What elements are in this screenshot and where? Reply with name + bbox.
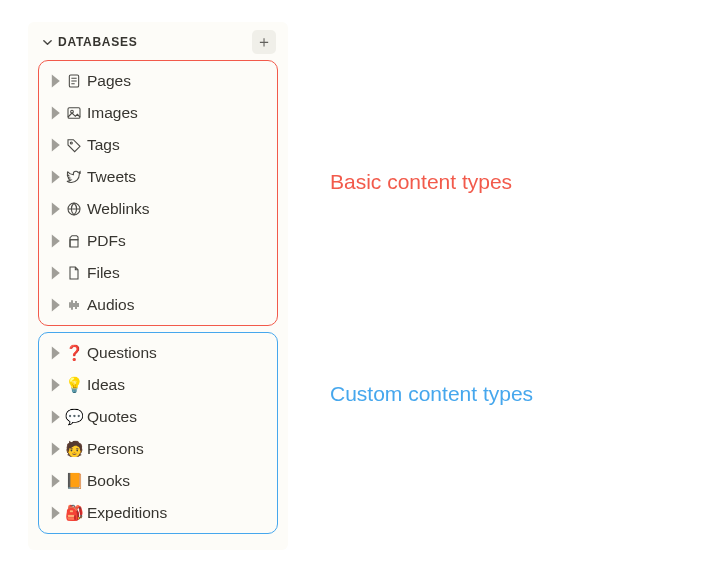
item-label: Audios bbox=[87, 296, 134, 314]
sidebar-item-books[interactable]: 📙 Books bbox=[41, 465, 275, 497]
databases-header-left[interactable]: DATABASES bbox=[42, 35, 137, 49]
triangle-right-icon bbox=[47, 137, 63, 153]
sidebar-item-tweets[interactable]: Tweets bbox=[41, 161, 275, 193]
plus-icon: ＋ bbox=[256, 34, 272, 50]
item-label: Weblinks bbox=[87, 200, 150, 218]
item-label: Tweets bbox=[87, 168, 136, 186]
item-label: Persons bbox=[87, 440, 144, 458]
person-icon: 🧑 bbox=[63, 440, 85, 458]
chevron-down-icon bbox=[42, 37, 53, 48]
triangle-right-icon bbox=[47, 297, 63, 313]
question-mark-icon: ❓ bbox=[63, 344, 85, 362]
item-label: Tags bbox=[87, 136, 120, 154]
speech-bubble-icon: 💬 bbox=[63, 408, 85, 426]
item-label: Images bbox=[87, 104, 138, 122]
sidebar-item-expeditions[interactable]: 🎒 Expeditions bbox=[41, 497, 275, 529]
triangle-right-icon bbox=[47, 377, 63, 393]
pdf-icon bbox=[63, 233, 85, 249]
triangle-right-icon bbox=[47, 201, 63, 217]
databases-panel: DATABASES ＋ Pages Images Tags bbox=[28, 22, 288, 550]
triangle-right-icon bbox=[47, 345, 63, 361]
item-label: PDFs bbox=[87, 232, 126, 250]
item-label: Ideas bbox=[87, 376, 125, 394]
audio-icon bbox=[63, 297, 85, 313]
item-label: Files bbox=[87, 264, 120, 282]
sidebar-item-quotes[interactable]: 💬 Quotes bbox=[41, 401, 275, 433]
triangle-right-icon bbox=[47, 409, 63, 425]
item-label: Questions bbox=[87, 344, 157, 362]
item-label: Books bbox=[87, 472, 130, 490]
basic-content-types-group: Pages Images Tags Tweets Weblinks bbox=[38, 60, 278, 326]
annotation-basic: Basic content types bbox=[330, 170, 512, 194]
annotation-custom: Custom content types bbox=[330, 382, 533, 406]
sidebar-item-ideas[interactable]: 💡 Ideas bbox=[41, 369, 275, 401]
databases-header-title: DATABASES bbox=[58, 35, 137, 49]
sidebar-item-pages[interactable]: Pages bbox=[41, 65, 275, 97]
sidebar-item-pdfs[interactable]: PDFs bbox=[41, 225, 275, 257]
triangle-right-icon bbox=[47, 441, 63, 457]
book-icon: 📙 bbox=[63, 472, 85, 490]
lightbulb-icon: 💡 bbox=[63, 376, 85, 394]
globe-icon bbox=[63, 201, 85, 217]
sidebar-item-images[interactable]: Images bbox=[41, 97, 275, 129]
image-icon bbox=[63, 105, 85, 121]
triangle-right-icon bbox=[47, 233, 63, 249]
item-label: Quotes bbox=[87, 408, 137, 426]
triangle-right-icon bbox=[47, 169, 63, 185]
sidebar-item-weblinks[interactable]: Weblinks bbox=[41, 193, 275, 225]
sidebar-item-audios[interactable]: Audios bbox=[41, 289, 275, 321]
item-label: Pages bbox=[87, 72, 131, 90]
triangle-right-icon bbox=[47, 265, 63, 281]
sidebar-item-persons[interactable]: 🧑 Persons bbox=[41, 433, 275, 465]
add-database-button[interactable]: ＋ bbox=[252, 30, 276, 54]
databases-header: DATABASES ＋ bbox=[34, 28, 282, 56]
sidebar-item-questions[interactable]: ❓ Questions bbox=[41, 337, 275, 369]
page-icon bbox=[63, 73, 85, 89]
custom-content-types-group: ❓ Questions 💡 Ideas 💬 Quotes 🧑 Persons 📙 bbox=[38, 332, 278, 534]
twitter-icon bbox=[63, 169, 85, 185]
triangle-right-icon bbox=[47, 505, 63, 521]
svg-point-3 bbox=[70, 142, 72, 144]
item-label: Expeditions bbox=[87, 504, 167, 522]
svg-rect-1 bbox=[68, 108, 80, 119]
file-icon bbox=[63, 265, 85, 281]
tag-icon bbox=[63, 137, 85, 153]
triangle-right-icon bbox=[47, 473, 63, 489]
sidebar-item-tags[interactable]: Tags bbox=[41, 129, 275, 161]
backpack-icon: 🎒 bbox=[63, 504, 85, 522]
triangle-right-icon bbox=[47, 105, 63, 121]
triangle-right-icon bbox=[47, 73, 63, 89]
sidebar-item-files[interactable]: Files bbox=[41, 257, 275, 289]
